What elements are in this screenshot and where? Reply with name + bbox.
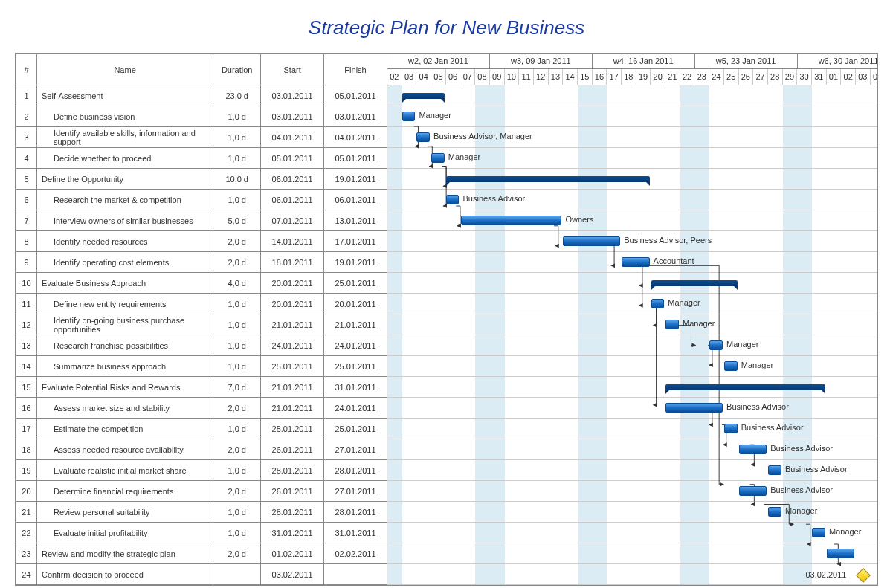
timeline-day-label: 12 xyxy=(534,69,549,85)
gantt-task-bar[interactable]: Business Advisor xyxy=(768,465,781,475)
cell-finish: 25.01.2011 xyxy=(324,273,387,294)
task-resource-label: Manager xyxy=(737,361,773,369)
table-row[interactable]: 24Confirm decision to proceed03.02.2011 xyxy=(16,564,387,585)
table-row[interactable]: 1Self-Assessment23,0 d03.01.201105.01.20… xyxy=(16,85,387,106)
table-row[interactable]: 15Evaluate Potential Risks and Rewards7,… xyxy=(16,377,387,398)
table-row[interactable]: 4Decide whether to proceed1,0 d05.01.201… xyxy=(16,148,387,169)
timeline-row: Manager xyxy=(387,523,877,543)
table-row[interactable]: 8Identify needed resources2,0 d14.01.201… xyxy=(16,231,387,252)
table-row[interactable]: 6Research the market & competition1,0 d0… xyxy=(16,190,387,210)
chart-title: Strategic Plan for New Business xyxy=(15,16,878,39)
gantt-task-bar[interactable]: Business Advisor, Peers xyxy=(563,236,620,246)
table-row[interactable]: 13Research franchise possibilities1,0 d2… xyxy=(16,335,387,356)
gantt-summary-bar[interactable] xyxy=(446,176,650,182)
cell-id: 14 xyxy=(16,356,37,377)
task-resource-label: Business Advisor xyxy=(722,402,789,411)
milestone-icon[interactable] xyxy=(856,568,871,583)
timeline-week-label: w5, 23 Jan 2011 xyxy=(695,54,798,68)
gantt-task-bar[interactable]: Business Advisor xyxy=(739,486,767,496)
cell-finish: 03.01.2011 xyxy=(324,106,387,127)
cell-start: 20.01.2011 xyxy=(261,294,324,314)
table-row[interactable]: 23Review and modify the strategic plan2,… xyxy=(16,543,387,564)
gantt-task-bar[interactable]: Manager xyxy=(768,507,781,517)
table-row[interactable]: 14Summarize business approach1,0 d25.01.… xyxy=(16,356,387,377)
timeline-row xyxy=(387,273,877,294)
gantt-summary-bar[interactable] xyxy=(651,280,738,286)
cell-duration: 4,0 d xyxy=(213,273,261,294)
cell-duration: 1,0 d xyxy=(213,294,261,314)
cell-name: Determine financial requirements xyxy=(36,481,213,502)
cell-start: 28.01.2011 xyxy=(261,502,324,523)
cell-name: Define business vision xyxy=(36,106,213,127)
table-row[interactable]: 11Define new entity requirements1,0 d20.… xyxy=(16,294,387,314)
gantt-task-bar[interactable]: Business Advisor, Manager xyxy=(416,132,430,142)
cell-name: Confirm decision to proceed xyxy=(36,564,213,585)
cell-id: 11 xyxy=(16,294,37,314)
gantt-task-bar[interactable]: Manager xyxy=(812,528,825,537)
gantt-task-bar[interactable]: Business Advisor xyxy=(739,445,767,454)
cell-finish: 19.01.2011 xyxy=(324,252,387,273)
gantt-task-bar[interactable]: Business Advisor xyxy=(446,195,460,204)
cell-id: 16 xyxy=(16,398,37,419)
timeline-day-label: 26 xyxy=(739,69,754,85)
task-resource-label: Business Advisor xyxy=(766,444,833,453)
table-row[interactable]: 10Evaluate Business Approach4,0 d20.01.2… xyxy=(16,273,387,294)
timeline-day-label: 09 xyxy=(490,69,505,85)
cell-start: 04.01.2011 xyxy=(261,127,324,148)
cell-name: Self-Assessment xyxy=(36,85,213,106)
gantt-task-bar[interactable]: Manager xyxy=(724,361,738,371)
table-row[interactable]: 2Define business vision1,0 d03.01.201103… xyxy=(16,106,387,127)
cell-duration: 2,0 d xyxy=(213,252,261,273)
timeline-day-label: 14 xyxy=(563,69,578,85)
gantt-task-bar[interactable]: Accountant xyxy=(622,257,649,267)
gantt-task-bar[interactable]: Business Advisor xyxy=(665,403,723,413)
timeline-row: Manager xyxy=(387,314,877,335)
timeline-day-label: 22 xyxy=(680,69,695,85)
gantt-task-bar[interactable]: Manager xyxy=(431,153,445,163)
cell-id: 6 xyxy=(16,190,37,210)
gantt-task-bar[interactable]: Owners xyxy=(461,216,562,225)
gantt-task-bar[interactable]: Manager xyxy=(651,299,665,308)
gantt-task-bar[interactable] xyxy=(827,549,854,558)
table-row[interactable]: 21Review personal suitability1,0 d28.01.… xyxy=(16,502,387,523)
task-resource-label: Manager xyxy=(781,506,817,515)
table-row[interactable]: 7Interview owners of similar businesses5… xyxy=(16,210,387,231)
timeline-day-label: 03 xyxy=(402,69,417,85)
cell-name: Research the market & competition xyxy=(36,190,213,210)
gantt-task-bar[interactable]: Manager xyxy=(709,340,723,350)
timeline-row: Business Advisor xyxy=(387,460,877,481)
gantt-summary-bar[interactable] xyxy=(402,93,445,99)
cell-id: 13 xyxy=(16,335,37,356)
table-row[interactable]: 22Evaluate initial profitability1,0 d31.… xyxy=(16,523,387,543)
timeline-day-label: 02 xyxy=(841,69,856,85)
table-row[interactable]: 17Estimate the competition1,0 d25.01.201… xyxy=(16,419,387,439)
cell-start: 06.01.2011 xyxy=(261,169,324,190)
table-row[interactable]: 3Identify available skills, information … xyxy=(16,127,387,148)
cell-duration: 1,0 d xyxy=(213,335,261,356)
table-row[interactable]: 12Identify on-going business purchase op… xyxy=(16,314,387,335)
table-row[interactable]: 5Define the Opportunity10,0 d06.01.20111… xyxy=(16,169,387,190)
task-resource-label: Business Advisor xyxy=(781,465,848,474)
table-row[interactable]: 9Identify operating cost elements2,0 d18… xyxy=(16,252,387,273)
table-row[interactable]: 19Evaluate realistic initial market shar… xyxy=(16,460,387,481)
cell-start: 28.01.2011 xyxy=(261,460,324,481)
table-row[interactable]: 18Assess needed resource availability2,0… xyxy=(16,439,387,460)
task-resource-label: Owners xyxy=(561,215,593,224)
cell-start: 21.01.2011 xyxy=(261,377,324,398)
table-row[interactable]: 16Assess market size and stability2,0 d2… xyxy=(16,398,387,419)
cell-start: 26.01.2011 xyxy=(261,481,324,502)
gantt-task-bar[interactable]: Manager xyxy=(402,112,416,121)
gantt-timeline: w2, 02 Jan 2011w3, 09 Jan 2011w4, 16 Jan… xyxy=(387,54,877,585)
cell-duration: 2,0 d xyxy=(213,398,261,419)
cell-finish: 05.01.2011 xyxy=(324,85,387,106)
table-row[interactable]: 20Determine financial requirements2,0 d2… xyxy=(16,481,387,502)
gantt-task-bar[interactable]: Business Advisor xyxy=(724,424,738,433)
gantt-summary-bar[interactable] xyxy=(665,384,825,390)
cell-id: 2 xyxy=(16,106,37,127)
cell-start: 18.01.2011 xyxy=(261,252,324,273)
gantt-task-bar[interactable]: Manager xyxy=(665,320,679,329)
cell-name: Define the Opportunity xyxy=(36,169,213,190)
cell-name: Identify available skills, information a… xyxy=(36,127,213,148)
task-resource-label: Business Advisor xyxy=(766,485,833,494)
cell-start: 24.01.2011 xyxy=(261,335,324,356)
